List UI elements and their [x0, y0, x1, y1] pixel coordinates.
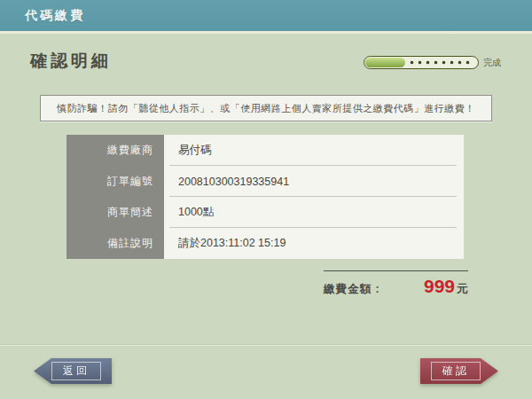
row-label: 商單簡述	[66, 197, 164, 228]
confirm-button[interactable]: 確認	[420, 358, 498, 384]
payment-amount-label: 繳費金額 :	[324, 282, 380, 297]
back-button-label: 返回	[51, 362, 101, 379]
back-button[interactable]: 返回	[34, 358, 112, 384]
footer-divider	[0, 345, 532, 346]
row-value: 1000點	[164, 197, 464, 228]
row-label: 訂單編號	[66, 166, 164, 197]
confirm-button-wrap: 確認	[420, 358, 498, 384]
page-title: 確認明細	[30, 50, 112, 73]
confirm-button-label: 確認	[431, 362, 481, 379]
amount-divider	[324, 270, 468, 271]
fraud-warning-text: 慎防詐騙！請勿「聽從他人指示」、或「使用網路上個人賣家所提供之繳費代碼」進行繳費…	[57, 102, 475, 115]
row-value: 200810300319335941	[164, 166, 464, 197]
back-button-wrap: 返回	[34, 358, 112, 384]
table-row: 繳費廠商 易付碼	[66, 135, 464, 166]
row-label: 備註說明	[66, 228, 164, 259]
progress-dots	[410, 60, 473, 65]
details-table: 繳費廠商 易付碼 訂單編號 200810300319335941 商單簡述 10…	[66, 135, 464, 259]
table-row: 備註說明 請於2013:11:02 15:19	[66, 228, 464, 259]
kiosk-screen: 代碼繳費 確認明細 完成 慎防詐騙！請勿「聽從他人指示」、或「使用網路上個人賣家…	[0, 0, 532, 399]
progress-fill	[365, 58, 405, 67]
progress-complete-label: 完成	[483, 57, 501, 69]
header-bar: 代碼繳費	[0, 0, 532, 34]
row-value: 易付碼	[164, 135, 464, 166]
progress-track	[364, 56, 479, 69]
fraud-warning-banner: 慎防詐騙！請勿「聽從他人指示」、或「使用網路上個人賣家所提供之繳費代碼」進行繳費…	[40, 95, 492, 121]
progress-bar: 完成	[364, 56, 501, 69]
table-row: 商單簡述 1000點	[66, 197, 464, 228]
payment-amount: 繳費金額 : 999 元	[324, 276, 468, 297]
row-value: 請於2013:11:02 15:19	[164, 228, 464, 259]
header-title: 代碼繳費	[25, 8, 85, 24]
table-row: 訂單編號 200810300319335941	[66, 166, 464, 197]
row-label: 繳費廠商	[66, 135, 164, 166]
payment-amount-value: 999	[424, 276, 455, 297]
payment-amount-unit: 元	[457, 281, 468, 297]
